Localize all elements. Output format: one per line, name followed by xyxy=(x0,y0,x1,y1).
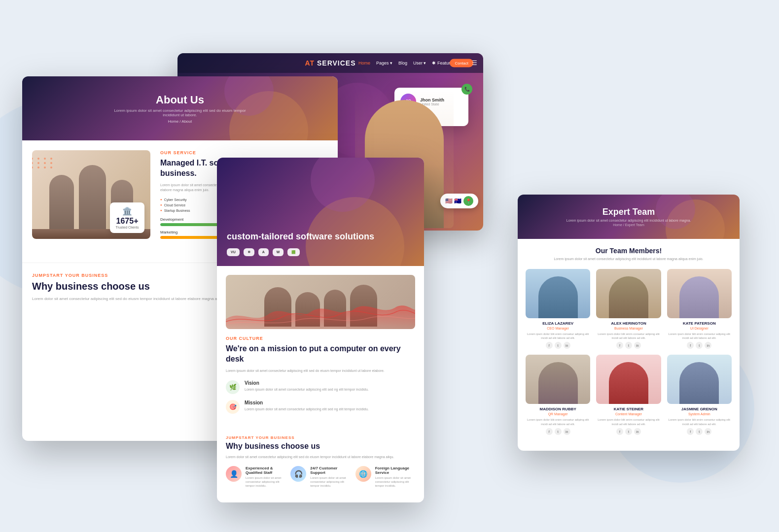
team-member-3: KATE PATERSON UI Designer Lorem ipsm dol… xyxy=(667,269,732,349)
team-header: Expert Team Lorem ipsum dolor sit amet c… xyxy=(518,195,740,239)
maddison-social: f t in xyxy=(526,428,590,435)
menu-icon[interactable]: ☰ xyxy=(472,60,477,66)
alex-in[interactable]: in xyxy=(634,342,641,349)
team-member-5: KATIE STEINER Content Manager Lorem ipsm… xyxy=(596,355,661,435)
kate-in[interactable]: in xyxy=(705,342,711,349)
tech-node: 🟩 xyxy=(287,248,300,256)
culture-label: OUR CULTURE xyxy=(226,336,415,341)
culture-title: We're on a mission to put a computer on … xyxy=(226,344,415,365)
vision-desc: Lorem ipsum dolor sit amet consectetur a… xyxy=(245,387,369,392)
culture-mission: 🎯 Mission Lorem ipsum dolor sit amet con… xyxy=(226,400,415,414)
staff-icon: 👤 xyxy=(226,466,242,482)
tech-react: ⚛ xyxy=(244,248,254,256)
card-software: custom-tailored software solutions VU ⚛ … xyxy=(217,158,424,502)
alex-fb[interactable]: f xyxy=(616,342,623,349)
jasmine-desc: Lorem ipsm dolor blit enim consetur adip… xyxy=(667,418,732,426)
jasmine-name: JASMINE GRENON xyxy=(667,407,732,411)
photo-eliza xyxy=(526,269,590,318)
katie-tw[interactable]: t xyxy=(625,428,632,435)
trusted-number: 1675+ xyxy=(114,217,141,226)
vision-title: Vision xyxy=(245,380,369,386)
alex-sil xyxy=(609,276,648,318)
culture-vision: 🌿 Vision Lorem ipsum dolor sit amet cons… xyxy=(226,380,415,394)
kate-sil xyxy=(679,276,719,318)
culture-desc: Lorem ipsum dolor sit amet consectetur a… xyxy=(226,368,415,374)
jasmine-bg xyxy=(667,355,732,404)
trusted-label: Trusted Clients xyxy=(114,226,141,229)
eliza-desc: Lorem ipsm dolor blit enim consetur adip… xyxy=(526,332,590,340)
team-section-title: Our Team Members! xyxy=(526,247,732,255)
eliza-in[interactable]: in xyxy=(564,342,570,349)
photo-katie xyxy=(596,355,661,404)
language-title: Foreign Language Service xyxy=(375,466,415,475)
badge-icon: 🏛️ xyxy=(114,206,141,216)
logo-accent: AT xyxy=(305,59,315,67)
person-1 xyxy=(49,175,74,234)
software-body: OUR CULTURE We're on a mission to put a … xyxy=(217,266,424,429)
eliza-bg xyxy=(526,269,590,318)
katie-in[interactable]: in xyxy=(634,428,641,435)
jasmine-in[interactable]: in xyxy=(705,428,711,435)
contact-button[interactable]: Contact xyxy=(450,59,473,67)
trusted-badge: 🏛️ 1675+ Trusted Clients xyxy=(110,202,144,233)
alex-social: f t in xyxy=(596,342,661,349)
about-breadcrumb: Home / About xyxy=(168,119,192,124)
about-title: About Us xyxy=(156,94,204,106)
flag-widget: 🇺🇸 🇦🇺 📍 xyxy=(440,194,478,208)
tech-vue: VU xyxy=(227,248,240,256)
language-icon: 🌐 xyxy=(355,466,371,482)
eliza-role: CEO Manager xyxy=(526,327,590,330)
katie-role: Content Manager xyxy=(596,412,661,416)
team-member-4: MADDISON RUBBY QR Manager Lorem ipsm dol… xyxy=(526,355,590,435)
maddison-in[interactable]: in xyxy=(564,428,570,435)
eliza-fb[interactable]: f xyxy=(546,342,553,349)
eliza-tw[interactable]: t xyxy=(555,342,562,349)
software-title: custom-tailored software solutions xyxy=(227,231,414,242)
sw-jumpstart: JUMPSTART YOUR BUSINESS xyxy=(226,435,415,440)
nav-blog[interactable]: Blog xyxy=(398,61,407,66)
software-hero: custom-tailored software solutions VU ⚛ … xyxy=(217,158,424,266)
maddison-role: QR Manager xyxy=(526,412,590,416)
location-pin: 📍 xyxy=(463,196,473,206)
kate-fb[interactable]: f xyxy=(687,342,694,349)
katie-name: KATIE STEINER xyxy=(596,407,661,411)
kate-role: UI Designer xyxy=(667,327,732,330)
jasmine-role: System Admin xyxy=(667,412,732,416)
meeting-image-2 xyxy=(226,275,415,329)
phone-icon: 📞 xyxy=(461,84,472,95)
our-service-label: OUR SERVICE xyxy=(160,150,328,155)
maddison-tw[interactable]: t xyxy=(555,428,562,435)
alex-desc: Lorem ipsm dolor blit enim consetur adip… xyxy=(596,332,661,340)
nav-home[interactable]: Home xyxy=(358,61,370,66)
katie-fb[interactable]: f xyxy=(616,428,623,435)
chart-overlay xyxy=(226,299,415,329)
kate-social: f t in xyxy=(667,342,732,349)
kate-tw[interactable]: t xyxy=(696,342,703,349)
support-icon: 🎧 xyxy=(290,466,306,482)
mission-desc: Lorem ipsum dolor sit amet consectetur a… xyxy=(245,407,369,412)
alex-tw[interactable]: t xyxy=(625,342,632,349)
tech-word: W xyxy=(273,248,284,256)
about-image: 🏛️ 1675+ Trusted Clients xyxy=(32,150,150,239)
eliza-sil xyxy=(538,276,578,318)
feature-support: 🎧 24/7 Customer Support Lorem ipsum dolo… xyxy=(290,466,350,488)
jasmine-tw[interactable]: t xyxy=(696,428,703,435)
nav-pages[interactable]: Pages ▾ xyxy=(376,61,392,66)
kate-bg xyxy=(667,269,732,318)
mission-icon: 🎯 xyxy=(226,400,240,414)
dev-label: Development xyxy=(160,217,183,222)
photo-jasmine xyxy=(667,355,732,404)
feature-staff: 👤 Experienced & Qualified Staff Lorem ip… xyxy=(226,466,285,488)
katie-sil xyxy=(609,362,648,404)
mission-content: Mission Lorem ipsum dolor sit amet conse… xyxy=(245,400,369,412)
about-header: About Us Lorem ipsum dolor sit amet cons… xyxy=(22,76,338,140)
maddison-fb[interactable]: f xyxy=(546,428,553,435)
photo-maddison xyxy=(526,355,590,404)
staff-title: Experienced & Qualified Staff xyxy=(246,466,285,475)
team-title: Expert Team xyxy=(602,207,655,217)
nav-user[interactable]: User ▾ xyxy=(413,61,426,66)
photo-kate xyxy=(667,269,732,318)
team-subtitle: Lorem ipsum dolor sit amet consectetur a… xyxy=(567,219,691,222)
jasmine-fb[interactable]: f xyxy=(687,428,694,435)
wave-chart xyxy=(226,299,415,329)
